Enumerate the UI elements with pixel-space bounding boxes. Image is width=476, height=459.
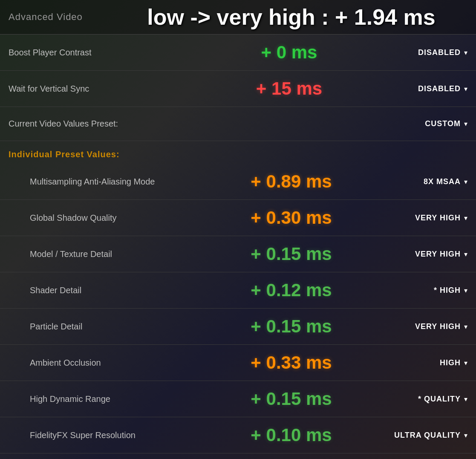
shader-detail-label: Shader Detail — [30, 286, 192, 295]
fidelityfx-super-resolution-label: FidelityFX Super Resolution — [30, 430, 192, 440]
wait-vertical-sync-chevron-icon: ▾ — [464, 85, 467, 93]
current-video-preset-dropdown-label: CUSTOM — [425, 119, 461, 128]
global-shadow-quality-value: + 0.30 ms — [192, 208, 391, 228]
high-dynamic-range-dropdown-label: * QUALITY — [418, 395, 461, 404]
global-shadow-quality-dropdown-label: VERY HIGH — [415, 214, 461, 222]
ambient-occlusion-control[interactable]: HIGH ▾ — [391, 358, 467, 367]
global-shadow-quality-label: Global Shadow Quality — [30, 213, 192, 223]
msaa-mode-row: Multisampling Anti-Aliasing Mode + 0.89 … — [0, 164, 476, 200]
particle-detail-row: Particle Detail + 0.15 ms VERY HIGH ▾ — [0, 309, 476, 345]
advanced-video-panel: Advanced Video low -> very high : + 1.94… — [0, 0, 476, 459]
main-title: low -> very high : + 1.94 ms — [115, 4, 467, 30]
boost-player-contrast-label: Boost Player Contrast — [9, 48, 188, 58]
individual-preset-label: Individual Preset Values: — [9, 150, 120, 159]
fidelityfx-super-resolution-control[interactable]: ULTRA QUALITY ▾ — [391, 431, 467, 440]
fidelityfx-super-resolution-chevron-icon: ▾ — [464, 431, 467, 439]
model-texture-detail-dropdown-label: VERY HIGH — [415, 250, 461, 259]
ambient-occlusion-label: Ambient Occlusion — [30, 358, 192, 368]
current-video-preset-row: Current Video Values Preset: CUSTOM ▾ — [0, 107, 476, 141]
boost-player-contrast-row: Boost Player Contrast + 0 ms DISABLED ▾ — [0, 35, 476, 71]
boost-player-contrast-dropdown-label: DISABLED — [418, 48, 461, 57]
wait-vertical-sync-value: + 15 ms — [188, 78, 391, 99]
particle-detail-chevron-icon: ▾ — [464, 323, 467, 331]
shader-detail-value: + 0.12 ms — [192, 280, 391, 300]
model-texture-detail-row: Model / Texture Detail + 0.15 ms VERY HI… — [0, 236, 476, 272]
msaa-mode-label: Multisampling Anti-Aliasing Mode — [30, 177, 192, 187]
fidelityfx-super-resolution-row: FidelityFX Super Resolution + 0.10 ms UL… — [0, 417, 476, 453]
high-dynamic-range-row: High Dynamic Range + 0.15 ms * QUALITY ▾ — [0, 381, 476, 417]
ambient-occlusion-chevron-icon: ▾ — [464, 359, 467, 367]
section-title: Advanced Video — [9, 12, 115, 23]
high-dynamic-range-chevron-icon: ▾ — [464, 395, 467, 403]
header: Advanced Video low -> very high : + 1.94… — [0, 0, 476, 35]
model-texture-detail-control[interactable]: VERY HIGH ▾ — [391, 250, 467, 259]
current-video-preset-chevron-icon: ▾ — [464, 120, 467, 128]
boost-player-contrast-value: + 0 ms — [188, 42, 391, 63]
current-video-preset-label: Current Video Values Preset: — [9, 119, 188, 129]
global-shadow-quality-row: Global Shadow Quality + 0.30 ms VERY HIG… — [0, 200, 476, 236]
ambient-occlusion-dropdown-label: HIGH — [440, 358, 461, 367]
global-shadow-quality-chevron-icon: ▾ — [464, 214, 467, 222]
individual-preset-section: Individual Preset Values: — [0, 141, 476, 164]
shader-detail-dropdown-label: * HIGH — [434, 286, 461, 295]
global-shadow-quality-control[interactable]: VERY HIGH ▾ — [391, 214, 467, 222]
high-dynamic-range-control[interactable]: * QUALITY ▾ — [391, 395, 467, 404]
wait-vertical-sync-row: Wait for Vertical Sync + 15 ms DISABLED … — [0, 71, 476, 107]
particle-detail-value: + 0.15 ms — [192, 316, 391, 337]
particle-detail-label: Particle Detail — [30, 322, 192, 332]
particle-detail-dropdown-label: VERY HIGH — [415, 322, 461, 331]
model-texture-detail-chevron-icon: ▾ — [464, 250, 467, 258]
high-dynamic-range-label: High Dynamic Range — [30, 394, 192, 404]
msaa-mode-dropdown-label: 8X MSAA — [424, 177, 461, 186]
fidelityfx-super-resolution-dropdown-label: ULTRA QUALITY — [394, 431, 461, 440]
wait-vertical-sync-label: Wait for Vertical Sync — [9, 84, 188, 94]
msaa-mode-value: + 0.89 ms — [192, 171, 391, 192]
shader-detail-chevron-icon: ▾ — [464, 286, 467, 294]
particle-detail-control[interactable]: VERY HIGH ▾ — [391, 322, 467, 331]
fidelityfx-super-resolution-value: + 0.10 ms — [192, 425, 391, 445]
boost-player-contrast-control[interactable]: DISABLED ▾ — [391, 48, 467, 57]
wait-vertical-sync-dropdown-label: DISABLED — [418, 84, 461, 93]
high-dynamic-range-value: + 0.15 ms — [192, 389, 391, 409]
ambient-occlusion-row: Ambient Occlusion + 0.33 ms HIGH ▾ — [0, 345, 476, 381]
shader-detail-row: Shader Detail + 0.12 ms * HIGH ▾ — [0, 272, 476, 309]
msaa-mode-chevron-icon: ▾ — [464, 178, 467, 186]
boost-player-contrast-chevron-icon: ▾ — [464, 49, 467, 57]
model-texture-detail-value: + 0.15 ms — [192, 244, 391, 264]
current-video-preset-control[interactable]: CUSTOM ▾ — [391, 119, 467, 128]
msaa-mode-control[interactable]: 8X MSAA ▾ — [391, 177, 467, 186]
shader-detail-control[interactable]: * HIGH ▾ — [391, 286, 467, 295]
model-texture-detail-label: Model / Texture Detail — [30, 249, 192, 259]
ambient-occlusion-value: + 0.33 ms — [192, 352, 391, 373]
wait-vertical-sync-control[interactable]: DISABLED ▾ — [391, 84, 467, 93]
